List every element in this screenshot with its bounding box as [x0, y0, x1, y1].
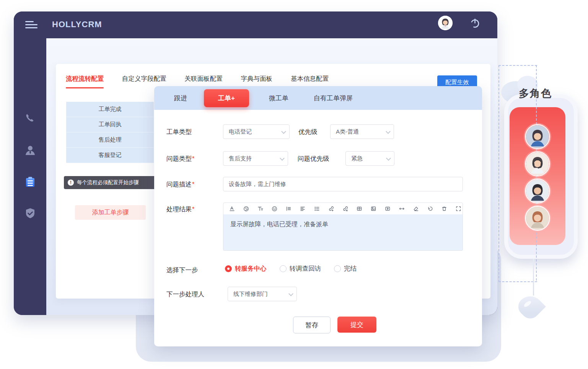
radio-icon — [280, 265, 287, 272]
roles-caption: 多角色 — [519, 87, 552, 100]
radio-label: 转服务中心 — [235, 265, 267, 273]
indent-icon[interactable] — [285, 205, 292, 212]
clipboard-icon — [24, 175, 37, 188]
undo-icon[interactable] — [426, 205, 434, 212]
horizontal-rule-icon[interactable] — [398, 205, 406, 212]
sidebar-item-phone[interactable] — [24, 112, 37, 125]
agent-female-2-avatar — [525, 206, 550, 231]
exclamation-icon: ! — [68, 180, 74, 186]
notice-text: 每个流程必须配置开始步骤 — [77, 179, 139, 186]
table-icon[interactable] — [355, 205, 363, 212]
water-drop-shape — [515, 291, 546, 322]
video-icon[interactable] — [384, 205, 391, 212]
chevron-down-icon — [280, 156, 284, 160]
sidebar-item-shield[interactable] — [24, 207, 37, 220]
ticket-type-label: 工单类型 — [166, 128, 192, 136]
workflow-step-row[interactable]: 售后处理 — [66, 132, 154, 148]
issue-desc-label: 问题描述* — [166, 180, 194, 189]
radio-label: 转调查回访 — [290, 265, 321, 273]
sidebar — [14, 38, 46, 315]
priority-label: 优先级 — [298, 128, 318, 136]
radio-label: 完结 — [344, 265, 357, 273]
notice-tooltip: ! 每个流程必须配置开始步骤 — [64, 176, 157, 189]
radio-icon — [334, 265, 341, 272]
editor-toolbar — [223, 202, 463, 215]
workflow-step-row[interactable]: 工单回执 — [66, 117, 154, 132]
screen: HOLLYCRM 流程流转配置自定义字段配置关联面板配置字典与面板基本信息配置 … — [0, 0, 588, 369]
chevron-down-icon — [386, 129, 390, 133]
radio-icon — [225, 265, 232, 272]
modal-tab-跟进[interactable]: 跟进 — [174, 94, 187, 103]
radio-option-转服务中心[interactable]: 转服务中心 — [225, 265, 267, 273]
agent-male-avatar — [525, 178, 550, 204]
sidebar-item-clipboard[interactable] — [24, 175, 37, 188]
nav-tab-流程流转配置[interactable]: 流程流转配置 — [66, 75, 104, 88]
issue-desc-input[interactable] — [223, 177, 463, 191]
emoji-icon[interactable] — [270, 205, 278, 212]
workflow-step-row[interactable]: 客服登记 — [66, 148, 154, 163]
add-step-button[interactable]: 添加工单步骤 — [75, 205, 146, 220]
phone-icon — [24, 112, 37, 125]
fullscreen-icon[interactable] — [454, 205, 462, 212]
modal-tab-微工单[interactable]: 微工单 — [269, 94, 288, 103]
modal-tab-自有工单弹屏[interactable]: 自有工单弹屏 — [314, 94, 353, 103]
drop-stem — [533, 259, 534, 296]
agent-headset-avatar — [525, 151, 550, 176]
color-palette-icon[interactable] — [242, 205, 250, 212]
next-step-label: 选择下一步 — [166, 266, 198, 274]
issue-priority-select[interactable]: 紧急 — [345, 151, 394, 166]
workflow-step-row[interactable]: 工单完成 — [66, 102, 154, 117]
next-handler-select[interactable]: 线下维修部门 — [228, 287, 297, 301]
priority-select[interactable]: A类-普通 — [330, 124, 394, 139]
image-icon[interactable] — [370, 205, 377, 212]
workflow-step-list: 工单完成工单回执售后处理客服登记 — [66, 102, 154, 163]
modal-tabstrip: 跟进工单+微工单自有工单弹屏 — [154, 86, 482, 110]
brand-logo: HOLLYCRM — [52, 20, 102, 29]
ticket-type-select[interactable]: 电话登记 — [223, 124, 290, 139]
insert-link-icon[interactable] — [327, 205, 335, 212]
radio-option-转调查回访[interactable]: 转调查回访 — [280, 265, 321, 273]
radio-option-完结[interactable]: 完结 — [334, 265, 357, 273]
remove-link-icon[interactable] — [341, 205, 349, 212]
result-label: 处理结果* — [166, 205, 194, 214]
delete-icon[interactable] — [440, 205, 448, 212]
power-icon[interactable] — [470, 18, 480, 28]
shield-icon — [24, 207, 37, 220]
save-draft-button[interactable]: 暂存 — [293, 317, 331, 333]
menu-icon[interactable] — [25, 21, 37, 29]
align-left-icon[interactable] — [299, 205, 306, 212]
modal-footer: 暂存 提交 — [154, 317, 482, 333]
text-style-icon[interactable] — [228, 205, 236, 212]
app-header: HOLLYCRM — [14, 11, 497, 38]
chevron-down-icon — [387, 156, 391, 160]
user-icon — [24, 144, 37, 157]
issue-priority-label: 问题优先级 — [298, 155, 329, 163]
modal-tab-工单+[interactable]: 工单+ — [204, 89, 249, 107]
result-editor[interactable]: 显示屏故障，电话已受理，准备派单 — [223, 214, 463, 251]
submit-button[interactable]: 提交 — [337, 317, 376, 333]
next-handler-label: 下一步处理人 — [166, 290, 204, 299]
user-avatar[interactable] — [438, 16, 453, 30]
chevron-down-icon — [282, 129, 286, 133]
issue-type-select[interactable]: 售后支持 — [223, 151, 288, 166]
chevron-down-icon — [289, 291, 293, 295]
list-icon[interactable] — [313, 205, 321, 212]
issue-type-label: 问题类型* — [166, 155, 194, 163]
agent-female-1-avatar — [525, 124, 550, 149]
ticket-modal: 跟进工单+微工单自有工单弹屏 工单类型 电话登记 优先级 A类-普通 问题类型*… — [154, 86, 482, 346]
sidebar-item-user[interactable] — [24, 144, 37, 157]
eraser-icon[interactable] — [412, 205, 420, 212]
font-size-icon[interactable] — [256, 205, 264, 212]
next-step-radio-group: 转服务中心转调查回访完结 — [225, 265, 357, 273]
